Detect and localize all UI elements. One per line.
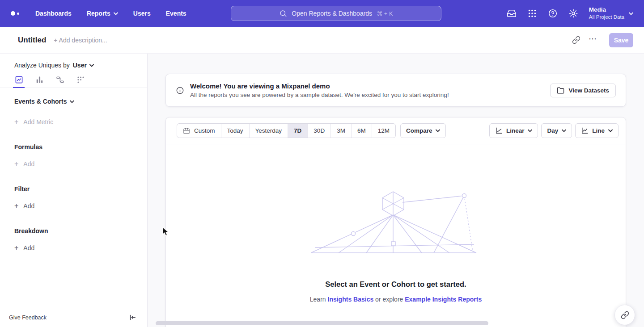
compare-button[interactable]: Compare	[400, 123, 446, 138]
nav-reports[interactable]: Reports	[87, 10, 118, 17]
range-yesterday-label: Yesterday	[255, 127, 282, 134]
add-breakdown-label: Add	[23, 244, 34, 252]
chart-type-label: Line	[592, 127, 605, 134]
project-selector[interactable]: Media All Project Data	[589, 6, 633, 20]
report-title[interactable]: Untitled	[18, 36, 46, 45]
primary-nav: Dashboards Reports Users Events	[35, 10, 186, 17]
bar-chart-icon	[35, 75, 44, 84]
logo-dot-large	[11, 11, 15, 16]
report-toolbar: Custom Today Yesterday 7D 30D 3M 6M 12M …	[166, 117, 626, 144]
nav-events-label: Events	[166, 10, 186, 17]
inbox-icon	[507, 8, 517, 18]
breakdown-header: Breakdown	[0, 227, 147, 235]
chevron-down-icon	[70, 100, 74, 103]
search-icon	[279, 9, 287, 17]
nav-users[interactable]: Users	[133, 10, 151, 17]
plus-icon: +	[14, 202, 18, 210]
link-icon	[572, 36, 580, 44]
range-30d[interactable]: 30D	[307, 124, 330, 138]
insights-basics-link[interactable]: Insights Basics	[328, 296, 374, 303]
view-datasets-button[interactable]: View Datasets	[550, 84, 616, 97]
analyze-entity-dropdown[interactable]: User	[73, 62, 94, 69]
date-range-segmented-control: Custom Today Yesterday 7D 30D 3M 6M 12M	[177, 123, 396, 138]
analyze-entity-value: User	[73, 62, 87, 69]
events-cohorts-label: Events & Cohorts	[14, 98, 67, 105]
apps-grid-button[interactable]	[527, 8, 537, 18]
chevron-down-icon	[436, 129, 440, 132]
tab-insights[interactable]	[14, 75, 23, 88]
add-description-field[interactable]: + Add description...	[54, 37, 107, 44]
empty-state-illustration	[311, 189, 481, 257]
nav-dashboards[interactable]: Dashboards	[35, 10, 72, 17]
project-scope: All Project Data	[589, 14, 624, 20]
topnav-right-group: Media All Project Data	[507, 6, 633, 20]
more-options-button[interactable]: ⋯	[587, 35, 599, 46]
chart-type-dropdown[interactable]: Line	[575, 123, 619, 138]
chevron-down-icon	[114, 12, 118, 15]
banner-subtitle: All the reports you see are powered by a…	[190, 92, 449, 98]
add-breakdown-button[interactable]: + Add	[0, 244, 147, 252]
events-cohorts-header[interactable]: Events & Cohorts	[0, 98, 147, 105]
tab-flows[interactable]	[55, 75, 64, 88]
add-filter-button[interactable]: + Add	[0, 202, 147, 210]
collapse-left-icon	[129, 314, 136, 321]
nav-events[interactable]: Events	[166, 10, 186, 17]
calendar-icon	[183, 127, 190, 134]
granularity-label: Day	[547, 127, 558, 134]
flows-icon	[56, 75, 64, 84]
tab-retention[interactable]	[76, 75, 85, 88]
nav-dashboards-label: Dashboards	[35, 10, 72, 17]
main-content: Welcome! You are viewing a Mixpanel demo…	[148, 54, 644, 327]
chevron-down-icon	[528, 129, 532, 132]
help-icon	[548, 8, 558, 18]
range-3m-label: 3M	[337, 127, 345, 134]
mixpanel-logo[interactable]	[11, 11, 19, 16]
compare-label: Compare	[406, 127, 432, 134]
dot-grid-icon	[76, 75, 85, 84]
range-3m[interactable]: 3M	[330, 124, 351, 138]
range-custom[interactable]: Custom	[177, 124, 221, 138]
folder-icon	[557, 87, 564, 94]
granularity-dropdown[interactable]: Day	[541, 123, 572, 138]
formulas-header: Formulas	[0, 143, 147, 151]
empty-state-links: Learn Insights Basics or explore Example…	[166, 296, 626, 303]
add-formula-label: Add	[23, 160, 34, 168]
save-button[interactable]: Save	[609, 33, 633, 47]
link-icon	[621, 311, 629, 319]
collapse-sidebar-button[interactable]	[129, 314, 136, 321]
range-yesterday[interactable]: Yesterday	[249, 124, 288, 138]
scale-dropdown[interactable]: Linear	[489, 123, 538, 138]
analyze-uniques-row: Analyze Uniques by User	[0, 54, 147, 69]
range-6m[interactable]: 6M	[351, 124, 372, 138]
linear-scale-icon	[495, 127, 503, 134]
range-12m[interactable]: 12M	[372, 124, 395, 138]
global-search-bar[interactable]: Open Reports & Dashboards ⌘ + K	[231, 6, 441, 21]
horizontal-scrollbar[interactable]	[156, 321, 488, 325]
share-link-floating-button[interactable]	[614, 305, 635, 325]
settings-button[interactable]	[568, 8, 578, 18]
range-7d[interactable]: 7D	[288, 124, 307, 138]
copy-link-button[interactable]	[572, 36, 580, 44]
learn-prefix: Learn	[310, 296, 326, 303]
filter-header: Filter	[0, 185, 147, 193]
nav-users-label: Users	[133, 10, 151, 17]
plus-icon: +	[14, 244, 18, 252]
range-today[interactable]: Today	[221, 124, 249, 138]
help-button[interactable]	[548, 8, 558, 18]
add-formula-button[interactable]: + Add	[0, 160, 147, 168]
search-placeholder: Open Reports & Dashboards	[292, 10, 372, 17]
demo-welcome-banner: Welcome! You are viewing a Mixpanel demo…	[165, 74, 626, 107]
tab-bar-chart[interactable]	[35, 75, 44, 88]
report-card: Custom Today Yesterday 7D 30D 3M 6M 12M …	[165, 117, 626, 327]
add-metric-button[interactable]: + Add Metric	[0, 118, 147, 126]
logo-dot-small	[17, 13, 19, 15]
example-reports-link[interactable]: Example Insights Reports	[405, 296, 482, 303]
banner-text: Welcome! You are viewing a Mixpanel demo…	[190, 82, 449, 98]
plus-icon: +	[14, 160, 18, 168]
info-icon	[176, 86, 184, 95]
give-feedback-link[interactable]: Give Feedback	[9, 314, 47, 321]
inbox-button[interactable]	[507, 8, 517, 18]
range-12m-label: 12M	[378, 127, 390, 134]
chart-controls: Linear Day Line	[489, 123, 619, 138]
range-custom-label: Custom	[194, 127, 215, 134]
